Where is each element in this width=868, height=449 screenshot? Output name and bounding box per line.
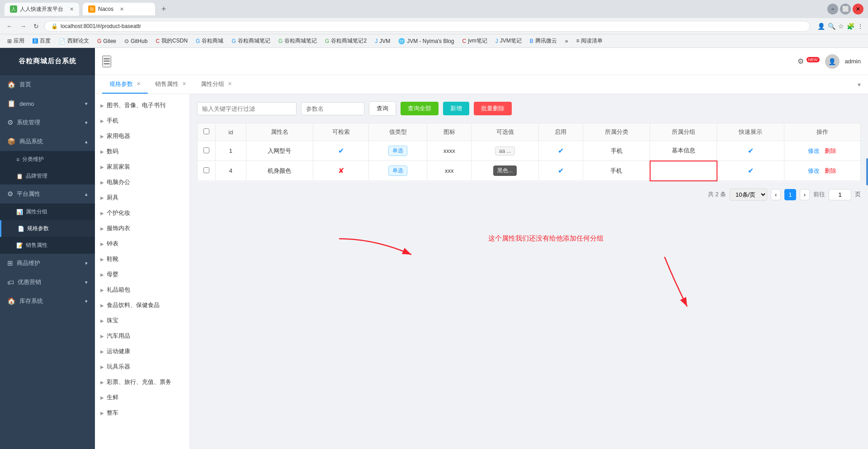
reload-button[interactable]: ↻ xyxy=(32,22,41,31)
filter-input[interactable] xyxy=(197,102,297,115)
sidebar-item-spec-param[interactable]: 📄 规格参数 xyxy=(0,220,95,237)
row2-delete-link[interactable]: 删除 xyxy=(825,167,836,174)
row2-options-badge[interactable]: 黑色... xyxy=(493,165,517,176)
bookmark-more[interactable]: » xyxy=(562,37,571,45)
row2-edit-link[interactable]: 修改 xyxy=(808,167,820,174)
hamburger-icon[interactable]: ☰ xyxy=(102,56,111,67)
row1-delete-link[interactable]: 删除 xyxy=(825,147,836,154)
tree-item-digital[interactable]: ▶ 数码 xyxy=(95,144,189,159)
row2-check[interactable] xyxy=(198,161,216,181)
tree-item-baby[interactable]: ▶ 母婴 xyxy=(95,267,189,282)
tree-item-shoes[interactable]: ▶ 鞋靴 xyxy=(95,251,189,267)
tab-attr-group-close-icon[interactable]: ✕ xyxy=(228,81,232,87)
bookmark-guli3[interactable]: G谷粒商城笔记 xyxy=(276,36,320,46)
extensions-icon[interactable]: 🧩 xyxy=(847,23,854,30)
tab-sale-attr-close-icon[interactable]: ✕ xyxy=(182,81,186,87)
sidebar-item-attr-group[interactable]: 📊 属性分组 xyxy=(0,203,95,220)
sidebar-item-home[interactable]: 🏠 首页 xyxy=(0,75,95,94)
browser-tab-1-close[interactable]: ✕ xyxy=(70,6,74,12)
page-size-select[interactable]: 10条/页 20条/页 50条/页 xyxy=(730,189,767,201)
sidebar-item-category[interactable]: ≡ 分类维护 xyxy=(0,151,95,168)
sidebar-item-platform[interactable]: ⚙ 平台属性 ▴ xyxy=(0,184,95,203)
bookmark-guli1[interactable]: G谷粒商城 xyxy=(193,36,226,46)
query-all-button[interactable]: 查询全部 xyxy=(401,102,439,115)
sidebar-item-product[interactable]: 📦 商品系统 ▴ xyxy=(0,132,95,151)
tab-sale-attr-label: 销售属性 xyxy=(155,80,179,88)
tab-collapse-icon[interactable]: ▾ xyxy=(858,81,861,88)
browser-tab-2-close[interactable]: ✕ xyxy=(120,6,124,12)
url-box[interactable]: 🔒 localhost:8001/#/product-baseattr xyxy=(44,21,810,32)
tree-item-kitchen[interactable]: ▶ 厨具 xyxy=(95,190,189,205)
tree-item-books[interactable]: ▶ 图书、音像、电子书刊 xyxy=(95,98,189,113)
tree-item-home[interactable]: ▶ 家居家装 xyxy=(95,159,189,175)
sidebar-item-promotion[interactable]: 🏷 优惠营销 ▾ xyxy=(0,273,95,292)
bookmark-github[interactable]: ⊙GitHub xyxy=(122,37,150,45)
bookmark-baidu[interactable]: 🅱百度 xyxy=(30,36,53,46)
sidebar-item-system[interactable]: ⚙ 系统管理 ▾ xyxy=(0,113,95,132)
batch-delete-button[interactable]: 批量删除 xyxy=(474,102,512,115)
row1-options-badge[interactable]: aa ... xyxy=(495,147,515,156)
tab-spec-param-close-icon[interactable]: ✕ xyxy=(137,81,141,87)
bookmark-apps[interactable]: ⊞应用 xyxy=(5,36,27,46)
current-page-button[interactable]: 1 xyxy=(784,189,796,200)
param-name-input[interactable] xyxy=(301,102,364,115)
tree-item-appliance[interactable]: ▶ 家用电器 xyxy=(95,128,189,144)
forward-button[interactable]: → xyxy=(18,22,28,31)
query-button[interactable]: 查询 xyxy=(369,101,396,116)
back-button[interactable]: ← xyxy=(5,22,14,31)
tree-item-phone[interactable]: ▶ 手机 xyxy=(95,113,189,128)
row1-checkbox[interactable] xyxy=(203,147,209,153)
tree-item-beauty[interactable]: ▶ 个护化妆 xyxy=(95,205,189,221)
tree-item-gift[interactable]: ▶ 礼品箱包 xyxy=(95,282,189,298)
add-button[interactable]: 新增 xyxy=(443,102,469,115)
tab-attr-group[interactable]: 属性分组 ✕ xyxy=(193,76,239,94)
bookmark-jvm-note[interactable]: Cjvm笔记 xyxy=(459,36,490,46)
bookmark-jvm[interactable]: JJVM xyxy=(372,37,393,45)
sidebar-item-goods[interactable]: ⊞ 商品维护 ▾ xyxy=(0,254,95,273)
row1-edit-link[interactable]: 修改 xyxy=(808,147,820,154)
bookmark-star-icon[interactable]: ☆ xyxy=(838,23,844,30)
bookmark-csdn[interactable]: C我的CSDN xyxy=(153,36,190,46)
sidebar-item-demo[interactable]: 📋 demo ▾ xyxy=(0,94,95,113)
tree-item-food[interactable]: ▶ 食品饮料、保健食品 xyxy=(95,298,189,313)
tree-item-computer[interactable]: ▶ 电脑办公 xyxy=(95,175,189,190)
bookmark-tencent[interactable]: B腾讯微云 xyxy=(527,36,560,46)
tree-item-fresh[interactable]: ▶ 生鲜 xyxy=(95,390,189,405)
profile-icon[interactable]: 👤 xyxy=(817,23,825,30)
menu-icon[interactable]: ⋮ xyxy=(857,23,863,30)
new-tab-button[interactable]: + xyxy=(159,5,169,14)
goto-input[interactable] xyxy=(829,189,851,200)
bookmark-xicai[interactable]: 📄西财论文 xyxy=(56,36,92,46)
tree-item-clothing[interactable]: ▶ 服饰内衣 xyxy=(95,221,189,236)
bookmark-readlist[interactable]: ≡ 阅读清单 xyxy=(574,36,605,46)
tree-item-car[interactable]: ▶ 整车 xyxy=(95,405,189,421)
bookmark-guli4[interactable]: G谷粒商城笔记2 xyxy=(322,36,369,46)
tree-item-auto[interactable]: ▶ 汽车用品 xyxy=(95,328,189,344)
bookmark-jvm-blog[interactable]: 🌐JVM - Nyima's Blog xyxy=(396,37,457,45)
tree-item-sports[interactable]: ▶ 运动健康 xyxy=(95,344,189,359)
next-page-button[interactable]: › xyxy=(800,189,810,200)
minimize-button[interactable]: − xyxy=(827,4,838,14)
search-icon[interactable]: 🔍 xyxy=(828,23,835,30)
row2-checkbox[interactable] xyxy=(203,167,209,173)
prev-page-button[interactable]: ‹ xyxy=(771,189,781,200)
bookmark-guli2[interactable]: G谷粒商城笔记 xyxy=(229,36,273,46)
tab-sale-attr[interactable]: 销售属性 ✕ xyxy=(148,76,193,94)
tree-item-lottery[interactable]: ▶ 彩票、旅行、充值、票务 xyxy=(95,374,189,390)
settings-icon-btn[interactable]: ⚙ xyxy=(797,57,804,66)
sidebar-item-sale-attr[interactable]: 📝 销售属性 xyxy=(0,237,95,254)
browser-tab-1[interactable]: 人 人人快速开发平台 ✕ xyxy=(5,3,79,16)
tree-item-toys[interactable]: ▶ 玩具乐器 xyxy=(95,359,189,374)
sidebar-item-brand[interactable]: 📋 品牌管理 xyxy=(0,168,95,184)
browser-tab-2[interactable]: N Nacos ✕ xyxy=(83,3,155,15)
sidebar-item-inventory[interactable]: 🏠 库存系统 ▾ xyxy=(0,292,95,311)
bookmark-jvm-note2[interactable]: JJVM笔记 xyxy=(493,36,524,46)
tab-spec-param[interactable]: 规格参数 ✕ xyxy=(102,76,148,94)
tree-item-watch[interactable]: ▶ 钟表 xyxy=(95,236,189,251)
row1-check[interactable] xyxy=(198,141,216,161)
maximize-button[interactable]: ⬜ xyxy=(840,4,851,14)
tree-item-jewelry[interactable]: ▶ 珠宝 xyxy=(95,313,189,328)
bookmark-gitee[interactable]: GGitee xyxy=(94,37,119,45)
close-button[interactable]: ✕ xyxy=(853,4,863,14)
select-all-checkbox[interactable] xyxy=(203,128,209,134)
